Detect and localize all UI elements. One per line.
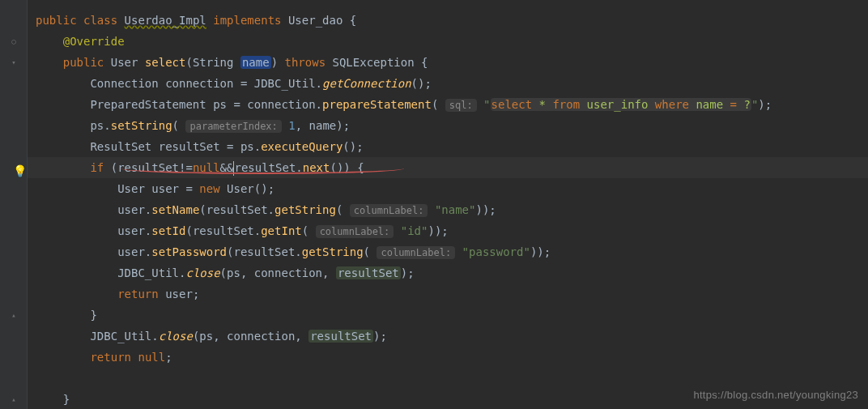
text: ));: [475, 203, 496, 216]
text: (resultSet.: [227, 245, 302, 258]
text: = ps.: [220, 140, 262, 153]
code-line[interactable]: Connection connection = JDBC_Util.getCon…: [28, 73, 868, 94]
paren: (: [336, 203, 350, 216]
annotation: @Override: [63, 35, 125, 48]
fold-icon[interactable]: ▴: [0, 305, 28, 326]
code-line[interactable]: User user = new User();: [28, 178, 868, 199]
interface-name: User_dao: [288, 14, 343, 27]
sql-injected: select * from user_info where name = ?: [491, 98, 751, 111]
code-area[interactable]: public class Userdao_Impl implements Use…: [0, 10, 868, 409]
paren: (: [302, 224, 316, 237]
resultset-arg: resultSet: [308, 330, 373, 343]
code-line[interactable]: ○ @Override: [28, 31, 868, 52]
code-line-current[interactable]: 💡 if (resultSet!=null&&resultSet.next())…: [28, 157, 868, 178]
id: resultSet: [117, 161, 179, 174]
fold-icon[interactable]: ▴: [0, 389, 28, 409]
code-line[interactable]: user.setPassword(resultSet.getString( co…: [28, 241, 868, 262]
return-type: User: [111, 56, 138, 69]
text: = connection.: [227, 98, 322, 111]
dot: .: [296, 161, 302, 174]
text: ));: [530, 245, 551, 258]
id: resultSet: [234, 161, 296, 174]
paren: (: [364, 245, 377, 258]
text: ps.: [90, 119, 110, 132]
null: null: [193, 161, 220, 174]
code-line[interactable]: JDBC_Util.close(ps, connection, resultSe…: [28, 262, 868, 283]
text: );: [401, 266, 415, 279]
code-line[interactable]: user.setName(resultSet.getString( column…: [28, 199, 868, 220]
fold-icon[interactable]: ▾: [0, 52, 28, 73]
keyword: if: [90, 161, 104, 174]
var: resultSet: [159, 140, 220, 153]
text: user;: [159, 288, 200, 300]
resultset-arg: resultSet: [336, 266, 401, 279]
method-call: setString: [111, 119, 172, 132]
string: "name": [428, 203, 475, 216]
var: connection: [165, 77, 233, 90]
ctor: User();: [220, 182, 274, 195]
code-line-blank[interactable]: [28, 368, 868, 389]
code-line[interactable]: ▾ public User select(String name) throws…: [28, 52, 868, 73]
sig-close: ): [271, 56, 285, 69]
keyword: class: [83, 14, 117, 27]
code-line[interactable]: public class Userdao_Impl implements Use…: [28, 10, 868, 31]
method-call: next: [303, 161, 330, 174]
brace: {: [350, 14, 356, 27]
var: user: [151, 182, 179, 195]
exception: SQLException {: [326, 56, 428, 69]
class-name: Userdao_Impl: [125, 14, 206, 27]
code-line[interactable]: ▴ }: [28, 305, 868, 326]
override-gutter-icon[interactable]: ○: [0, 31, 28, 52]
text: JDBC_Util.: [90, 330, 158, 343]
brace: }: [90, 309, 96, 322]
static-call: getConnection: [322, 77, 411, 90]
paren: (: [104, 161, 117, 174]
paren: (: [432, 98, 445, 111]
text: ));: [428, 224, 448, 237]
keyword: public: [36, 14, 77, 27]
string: "id": [394, 224, 428, 237]
op: !=: [179, 161, 193, 174]
method-call: prepareStatement: [322, 98, 432, 111]
paren: );: [758, 98, 772, 111]
code-editor[interactable]: public class Userdao_Impl implements Use…: [0, 0, 868, 409]
param-name: name: [240, 56, 271, 69]
text: user.: [117, 203, 151, 216]
type: ResultSet: [90, 140, 158, 153]
method-call: getString: [274, 203, 336, 216]
keyword: public: [63, 56, 104, 69]
string-quote: ": [483, 98, 490, 111]
text: JDBC_Util.: [117, 266, 185, 279]
param-hint: columnLabel:: [316, 225, 394, 238]
method-call: getInt: [261, 224, 302, 237]
code-line[interactable]: ResultSet resultSet = ps.executeQuery();: [28, 136, 868, 157]
code-line[interactable]: return null;: [28, 347, 868, 368]
text: ();: [411, 77, 432, 90]
paren: (: [172, 119, 186, 132]
code-line[interactable]: user.setId(resultSet.getInt( columnLabel…: [28, 220, 868, 241]
static-call: close: [159, 330, 193, 343]
method-call: executeQuery: [261, 140, 343, 153]
keyword: throws: [284, 56, 326, 69]
args: (ps, connection,: [193, 330, 308, 343]
code-line[interactable]: ps.setString( parameterIndex: 1, name);: [28, 115, 868, 136]
keyword: new: [199, 182, 219, 195]
code-line[interactable]: JDBC_Util.close(ps, connection, resultSe…: [28, 326, 868, 347]
intention-bulb-icon[interactable]: 💡: [13, 160, 26, 173]
method-call: setId: [151, 224, 185, 237]
op: &&: [220, 161, 234, 174]
text: (resultSet.: [199, 203, 274, 216]
static-call: close: [185, 266, 219, 279]
keyword: return: [117, 288, 159, 300]
text: );: [373, 330, 387, 343]
eq: =: [179, 182, 199, 195]
watermark: https://blog.csdn.net/youngking23: [693, 389, 858, 401]
param-hint: columnLabel:: [350, 204, 428, 217]
code-line[interactable]: return user;: [28, 283, 868, 305]
type: User: [117, 182, 151, 195]
brace: }: [63, 393, 70, 406]
text: (resultSet.: [185, 224, 261, 237]
text: ();: [343, 140, 363, 153]
code-line[interactable]: PreparedStatement ps = connection.prepar…: [28, 94, 868, 115]
text: = JDBC_Util.: [233, 77, 322, 90]
